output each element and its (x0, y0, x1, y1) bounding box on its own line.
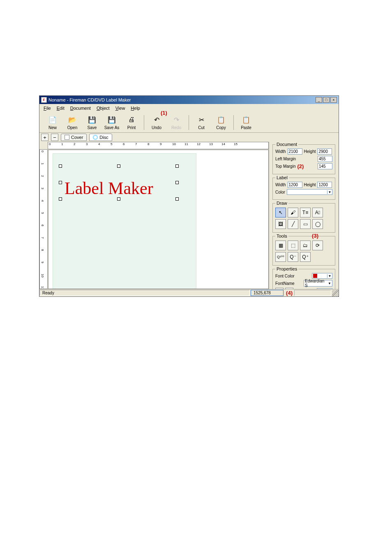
print-button[interactable]: 🖨Print (122, 113, 141, 132)
disc-icon (93, 135, 98, 140)
save-button[interactable]: 💾Save (82, 113, 102, 132)
tab-cover[interactable]: Cover (61, 134, 87, 141)
copy-icon: 📋 (216, 115, 226, 125)
label-width-input[interactable] (288, 182, 302, 188)
toolbar-separator (233, 115, 234, 130)
image-tool[interactable]: 🖼 (275, 219, 286, 229)
brush-tool[interactable]: 🖌 (288, 208, 298, 217)
ellipse-tool[interactable]: ◯ (312, 219, 323, 229)
menu-object[interactable]: Object (94, 105, 112, 111)
label-color-picker[interactable]: ▼ (287, 189, 332, 195)
status-coords: 1525,678 (251, 290, 284, 296)
canvas-text-label: Label Maker (65, 178, 153, 198)
toolbar-separator (189, 115, 189, 130)
undo-icon: ↶ (152, 115, 161, 125)
canvas[interactable]: Label Maker (48, 150, 269, 289)
saveas-button[interactable]: 💾Save As (102, 113, 122, 132)
menu-view[interactable]: View (113, 105, 128, 111)
tools-group: Tools (3) ▦ ⬚ 🗂 ⟳ Q¹⁰⁰ Q⁻ Q⁺ (272, 236, 335, 266)
text-tool[interactable]: T≡ (300, 208, 311, 217)
group-tool[interactable]: ⬚ (288, 240, 298, 250)
app-window: F Noname - Fireman CD/DVD Label Maker _ … (39, 95, 339, 297)
doc-height-input[interactable] (317, 148, 332, 155)
cut-button[interactable]: ✂Cut (191, 113, 211, 132)
callout-3: (3) (312, 233, 318, 239)
order-tool[interactable]: 🗂 (300, 240, 311, 250)
menubar: File Edit Document Object View Help (39, 104, 339, 112)
zoom-out-tool[interactable]: Q⁻ (288, 252, 298, 262)
titlebar: F Noname - Fireman CD/DVD Label Maker _ … (39, 96, 339, 104)
document-group: Document WidthHeight Left Margin Top Mar… (272, 144, 335, 174)
menu-document[interactable]: Document (68, 105, 93, 111)
tab-disc[interactable]: Disc (89, 134, 112, 141)
statusbar: Ready 1525,678 (4) (39, 289, 339, 296)
rect-tool[interactable]: ▭ (300, 219, 311, 229)
status-empty (294, 290, 331, 296)
label-height-input[interactable] (317, 182, 332, 188)
font-color-picker[interactable]: ▼ (312, 273, 332, 279)
workarea: 0123456789101112131415 01234567891011 L (39, 142, 269, 289)
status-ready: Ready (39, 290, 250, 296)
new-icon: 📄 (48, 115, 58, 125)
select-tool[interactable]: ↖ (275, 208, 286, 217)
zoom-100-tool[interactable]: Q¹⁰⁰ (275, 252, 286, 262)
print-icon: 🖨 (127, 115, 136, 125)
callout-4: (4) (286, 290, 293, 296)
zoom-in-button[interactable]: + (41, 134, 48, 141)
new-button[interactable]: 📄New (43, 113, 62, 132)
app-icon: F (41, 97, 47, 103)
menu-edit[interactable]: Edit (54, 105, 67, 111)
vertical-ruler: 01234567891011 (39, 149, 48, 289)
align-tool[interactable]: ▦ (275, 240, 286, 250)
cut-icon: ✂ (196, 115, 206, 125)
properties-group: Properties Font Color▼ FontNameEdwardian… (272, 269, 335, 289)
menu-file[interactable]: File (41, 105, 53, 111)
label-page: Label Maker (53, 153, 196, 289)
selected-text-object[interactable]: Label Maker (60, 166, 180, 207)
line-tool[interactable]: ╱ (288, 219, 298, 229)
paste-icon: 📋 (241, 115, 251, 125)
maximize-button[interactable]: □ (323, 97, 330, 103)
label-group: Label WidthHeight Color▼ (272, 178, 335, 200)
font-name-select[interactable]: Edwardian S▼ (304, 280, 332, 287)
right-panel: Document WidthHeight Left Margin Top Mar… (269, 142, 339, 289)
zoom-out-button[interactable]: − (51, 134, 58, 141)
open-button[interactable]: 📂Open (62, 113, 82, 132)
redo-icon: ↷ (171, 115, 181, 125)
copy-button[interactable]: 📋Copy (211, 113, 231, 132)
draw-group: Draw ↖ 🖌 T≡ Aͦ 🖼 ╱ ▭ ◯ (272, 203, 335, 233)
cover-icon (65, 135, 69, 140)
open-icon: 📂 (67, 115, 77, 125)
top-margin-input[interactable] (318, 163, 332, 169)
left-margin-input[interactable] (318, 156, 332, 162)
close-button[interactable]: × (330, 97, 337, 103)
arc-text-tool[interactable]: Aͦ (312, 208, 323, 217)
tabstrip: + − Cover Disc (39, 133, 339, 142)
undo-button[interactable]: ↶Undo (147, 113, 166, 132)
rotate-tool[interactable]: ⟳ (312, 240, 323, 250)
zoom-in-tool[interactable]: Q⁺ (300, 252, 311, 262)
window-title: Noname - Fireman CD/DVD Label Maker (48, 97, 316, 102)
save-icon: 💾 (87, 115, 97, 125)
menu-help[interactable]: Help (128, 105, 143, 111)
redo-button[interactable]: ↷Redo (166, 113, 186, 132)
callout-2: (2) (297, 163, 304, 169)
toolbar-separator (144, 115, 144, 130)
toolbar: 📄New 📂Open 💾Save 💾Save As 🖨Print ↶Undo ↷… (39, 112, 339, 133)
doc-width-input[interactable] (288, 148, 302, 155)
horizontal-ruler: 0123456789101112131415 (48, 142, 269, 149)
minimize-button[interactable]: _ (316, 97, 322, 103)
saveas-icon: 💾 (107, 115, 117, 125)
resize-grip[interactable] (332, 290, 339, 296)
paste-button[interactable]: 📋Paste (236, 113, 256, 132)
